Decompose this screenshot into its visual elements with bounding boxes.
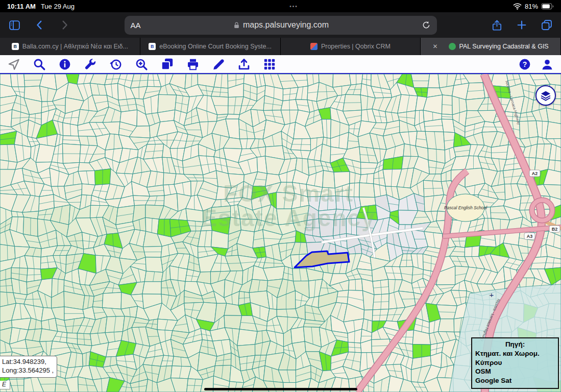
clock-date: Tue 29 Aug: [41, 3, 75, 10]
home-indicator[interactable]: [204, 388, 357, 390]
clock-time: 10:11 AM: [7, 3, 36, 10]
route-shield-b2: B2: [549, 226, 560, 232]
account-button[interactable]: [541, 58, 554, 71]
tab-label: Balla.com.cy | Αθλητικά Νέα και Ειδ...: [22, 43, 128, 50]
layers-icon: [540, 89, 552, 102]
battery-percent: 81%: [525, 3, 538, 10]
route-shield-a2: A2: [529, 170, 540, 177]
watermark-line2: Estate Agency: [201, 205, 375, 231]
tab-label: eBooking Online Court Booking Syste...: [159, 43, 272, 50]
hemisphere-label: E: [0, 381, 10, 389]
favicon-pal-surveying: [449, 43, 456, 50]
longitude-value: Long:33.564295 ,: [2, 366, 54, 375]
favicon-ebooking: B: [149, 43, 156, 50]
upload-button[interactable]: [237, 58, 251, 71]
latitude-value: Lat:34.948239,: [2, 358, 54, 366]
tab-ebooking[interactable]: B eBooking Online Court Booking Syste...: [140, 38, 281, 55]
forward-button[interactable]: [59, 19, 70, 31]
route-shield-a3: A3: [524, 233, 535, 239]
plus-marker: +: [490, 290, 494, 299]
address-bar[interactable]: AA maps.palsurveying.com: [125, 16, 437, 35]
search-button[interactable]: [33, 58, 46, 71]
url-text: maps.palsurveying.com: [243, 20, 329, 30]
tools-button[interactable]: [84, 58, 97, 71]
wifi-icon: [513, 3, 522, 10]
tab-pal-surveying[interactable]: ✕ PAL Surveying Cadastral & GIS: [421, 38, 561, 55]
tab-label: Properties | Qobrix CRM: [321, 43, 391, 50]
tab-label: PAL Surveying Cadastral & GIS: [459, 43, 549, 50]
safari-toolbar: AA maps.palsurveying.com: [0, 12, 561, 38]
draw-button[interactable]: [212, 58, 225, 71]
svg-text:A3: A3: [527, 234, 533, 239]
status-bar: 10:11 AM Tue 29 Aug ••• 81%: [0, 0, 561, 12]
watermark-line1: FOX Smart: [223, 180, 354, 207]
map-area: Pascal English School FOX Smart Estate A…: [0, 74, 561, 392]
svg-text:?: ?: [523, 60, 527, 68]
svg-text:B2: B2: [552, 227, 558, 232]
history-button[interactable]: [109, 58, 123, 71]
svg-text:A2: A2: [532, 171, 538, 176]
tab-bar: B Balla.com.cy | Αθλητικά Νέα και Ειδ...…: [0, 38, 561, 55]
zoom-in-button[interactable]: [135, 58, 148, 71]
tab-qobrix[interactable]: Properties | Qobrix CRM: [281, 38, 421, 55]
new-tab-button[interactable]: [516, 19, 527, 31]
locate-button[interactable]: [7, 58, 20, 71]
legend-item: Κτηματ. και Χωρομ. Κύπρου: [475, 349, 555, 368]
back-button[interactable]: [34, 19, 45, 31]
map-toolbar: ?: [0, 55, 561, 74]
layers-button[interactable]: [535, 85, 556, 106]
tab-balla[interactable]: B Balla.com.cy | Αθλητικά Νέα και Ειδ...: [0, 38, 140, 55]
favicon-balla: B: [12, 43, 19, 50]
print-button[interactable]: [186, 58, 200, 71]
lock-icon: [233, 21, 240, 29]
reload-button[interactable]: [422, 20, 431, 30]
coordinates-readout: Lat:34.948239, Long:33.564295 ,: [0, 356, 57, 378]
close-tab-icon[interactable]: ✕: [433, 43, 438, 50]
info-button[interactable]: [58, 58, 71, 71]
multitask-dots: •••: [75, 4, 513, 9]
help-button[interactable]: ?: [518, 58, 531, 71]
legend-title: Πηγή:: [475, 340, 555, 349]
legend-item: Google Sat: [475, 376, 555, 385]
map-source-legend: Πηγή: Κτηματ. και Χωρομ. Κύπρου OSM Goog…: [471, 337, 559, 389]
favicon-qobrix: [310, 43, 318, 50]
battery-icon: [541, 3, 554, 10]
windows-button[interactable]: [160, 57, 174, 71]
grid-button[interactable]: [263, 58, 276, 71]
share-button[interactable]: [491, 19, 503, 31]
legend-item: OSM: [475, 367, 555, 376]
sidebar-toggle-button[interactable]: [8, 19, 21, 32]
reader-options-button[interactable]: AA: [131, 21, 141, 30]
school-label: Pascal English School: [444, 205, 487, 210]
tab-overview-button[interactable]: [541, 19, 553, 31]
